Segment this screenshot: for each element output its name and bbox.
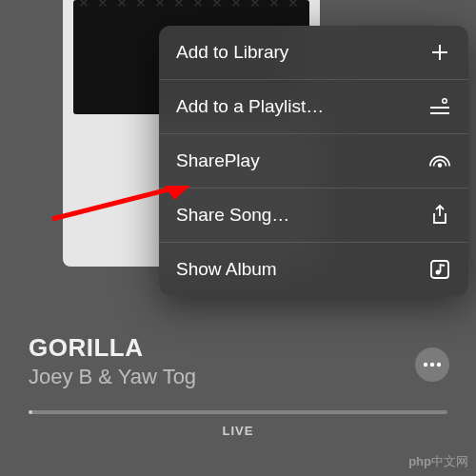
track-artist: Joey B & Yaw Tog xyxy=(29,365,196,389)
share-icon xyxy=(428,204,451,227)
svg-point-7 xyxy=(438,163,443,168)
album-icon xyxy=(428,258,451,281)
menu-item-share-song[interactable]: Share Song… xyxy=(159,188,468,243)
watermark: php中文网 xyxy=(408,453,468,470)
ellipsis-icon xyxy=(423,362,442,367)
svg-point-13 xyxy=(424,363,427,367)
svg-point-14 xyxy=(430,363,434,367)
progress-fill xyxy=(29,410,32,414)
menu-item-add-to-playlist[interactable]: Add to a Playlist… xyxy=(159,80,468,134)
watermark-brand: php xyxy=(408,454,431,468)
progress-bar[interactable] xyxy=(29,410,447,414)
menu-item-show-album[interactable]: Show Album xyxy=(159,243,468,296)
menu-item-label: Show Album xyxy=(176,259,277,280)
watermark-suffix: 中文网 xyxy=(431,454,468,468)
context-menu: Add to Library Add to a Playlist… ShareP… xyxy=(159,26,468,296)
menu-item-add-to-library[interactable]: Add to Library xyxy=(159,26,468,80)
playback-status: LIVE xyxy=(29,424,447,438)
shareplay-icon xyxy=(428,149,451,172)
progress-container: LIVE xyxy=(29,410,447,438)
menu-item-label: Add to Library xyxy=(176,42,288,63)
svg-point-15 xyxy=(437,363,441,367)
menu-item-label: Share Song… xyxy=(176,205,289,226)
more-button[interactable] xyxy=(415,347,449,382)
menu-item-shareplay[interactable]: SharePlay xyxy=(159,134,468,188)
track-info: GORILLA Joey B & Yaw Tog xyxy=(29,333,196,389)
menu-item-label: Add to a Playlist… xyxy=(176,96,324,117)
playlist-add-icon xyxy=(428,95,451,118)
menu-item-label: SharePlay xyxy=(176,150,260,171)
plus-icon xyxy=(428,41,451,64)
album-art-decoration xyxy=(73,0,309,14)
track-title: GORILLA xyxy=(29,333,196,363)
